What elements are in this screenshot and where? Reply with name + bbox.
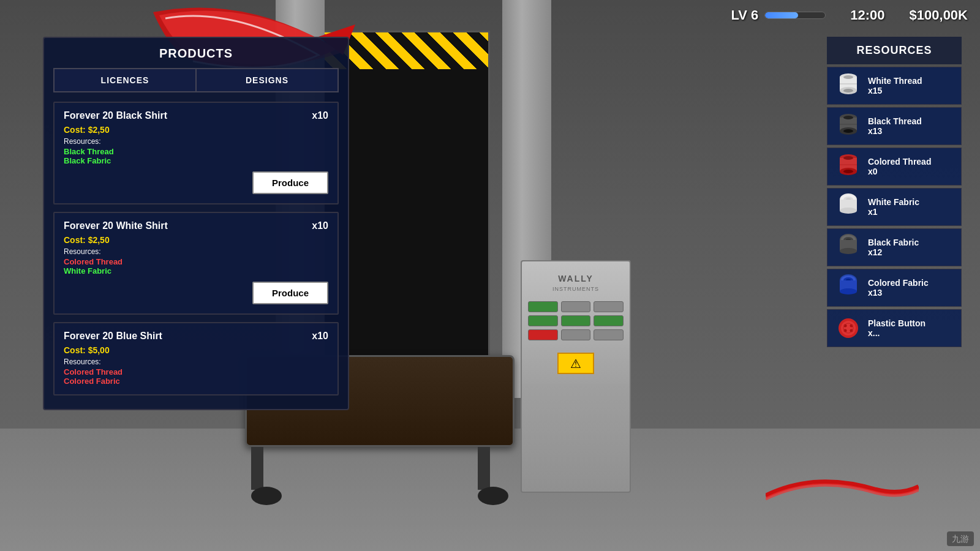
tab-designs[interactable]: DESIGNS (195, 68, 339, 92)
colored-fabric-name: Colored Fabric (868, 278, 929, 288)
conveyor-legs (233, 447, 527, 505)
colored-fabric-count: x13 (868, 288, 929, 298)
black-thread-icon (835, 113, 862, 140)
black-thread-info: Black Thread x13 (868, 116, 922, 137)
product-resources-label-1: Resources: (64, 137, 328, 146)
svg-point-23 (840, 208, 857, 214)
black-thread-name: Black Thread (868, 116, 922, 127)
product-resource-2-1: Colored Thread (64, 257, 328, 266)
money-display: $100,00K (910, 7, 968, 23)
product-cost-3: Cost: $5,00 (64, 345, 328, 355)
product-item-blue-shirt: Forever 20 Blue Shirt x10 Cost: $5,00 Re… (53, 322, 339, 395)
plastic-button-name: Plastic Button (868, 318, 925, 329)
produce-button-2[interactable]: Produce (252, 282, 328, 304)
product-resource-1-1: Black Thread (64, 147, 328, 156)
wally-buttons (528, 301, 624, 340)
plastic-button-count: x... (868, 328, 925, 338)
resource-plastic-button: Plastic Button x... (827, 309, 962, 347)
products-panel: PRODUCTS LICENCES DESIGNS Forever 20 Bla… (43, 37, 349, 410)
wally-label: WALLY (558, 274, 594, 283)
wally-sub-label: INSTRUMENTS (552, 286, 599, 292)
colored-fabric-info: Colored Fabric x13 (868, 278, 929, 298)
product-item-white-shirt: Forever 20 White Shirt x10 Cost: $2,50 R… (53, 212, 339, 315)
white-thread-count: x15 (868, 86, 922, 96)
products-tabs[interactable]: LICENCES DESIGNS (53, 68, 339, 92)
product-header-2: Forever 20 White Shirt x10 (64, 220, 328, 231)
resources-panel: RESOURCES White Thread x15 (827, 37, 962, 350)
product-qty-1: x10 (312, 110, 328, 121)
product-name-1: Forever 20 Black Shirt (64, 110, 167, 121)
product-resources-label-2: Resources: (64, 247, 328, 256)
watermark: 九游 (947, 534, 974, 545)
game-background: WALLY INSTRUMENTS ⚠ LV 6 12:00 (0, 0, 980, 551)
svg-point-29 (840, 248, 857, 254)
level-text: LV 6 (731, 7, 758, 23)
plastic-button-icon (835, 315, 862, 342)
wally-machine: WALLY INSTRUMENTS ⚠ (521, 260, 631, 493)
product-resource-1-2: Black Fabric (64, 156, 328, 165)
wally-machine-top: WALLY INSTRUMENTS ⚠ (522, 261, 630, 384)
colored-thread-info: Colored Thread x0 (868, 157, 931, 177)
resource-colored-fabric: Colored Fabric x13 (827, 269, 962, 307)
product-header-1: Forever 20 Black Shirt x10 (64, 110, 328, 121)
svg-point-16 (843, 170, 853, 173)
xp-bar (764, 12, 826, 19)
white-thread-info: White Thread x15 (868, 76, 922, 96)
colored-thread-count: x0 (868, 167, 931, 176)
black-fabric-count: x12 (868, 247, 919, 257)
colored-fabric-icon (835, 274, 862, 301)
svg-point-35 (840, 288, 857, 294)
resource-white-fabric: White Fabric x1 (827, 188, 962, 226)
white-fabric-count: x1 (868, 207, 919, 217)
hud-bar: LV 6 12:00 $100,00K (0, 0, 980, 31)
products-title: PRODUCTS (44, 38, 348, 68)
xp-fill (765, 12, 798, 18)
level-display: LV 6 (731, 7, 826, 23)
product-item-black-shirt: Forever 20 Black Shirt x10 Cost: $2,50 R… (53, 102, 339, 204)
black-fabric-icon (835, 234, 862, 261)
product-name-2: Forever 20 White Shirt (64, 220, 168, 231)
white-fabric-icon (835, 193, 862, 220)
product-qty-2: x10 (312, 220, 328, 231)
product-resource-2-2: White Fabric (64, 266, 328, 276)
colored-thread-icon (835, 153, 862, 180)
product-resources-label-3: Resources: (64, 358, 328, 366)
product-resource-3-1: Colored Thread (64, 367, 328, 377)
resource-black-thread: Black Thread x13 (827, 107, 962, 145)
resource-colored-thread: Colored Thread x0 (827, 148, 962, 186)
product-name-3: Forever 20 Blue Shirt (64, 331, 162, 342)
svg-point-4 (843, 89, 853, 92)
produce-button-1[interactable]: Produce (252, 171, 328, 194)
product-header-3: Forever 20 Blue Shirt x10 (64, 331, 328, 342)
tab-licences[interactable]: LICENCES (53, 68, 195, 92)
colored-thread-name: Colored Thread (868, 157, 931, 167)
white-fabric-name: White Fabric (868, 197, 919, 208)
svg-point-15 (843, 156, 853, 160)
time-display: 12:00 (850, 7, 884, 23)
resource-black-fabric: Black Fabric x12 (827, 228, 962, 266)
resource-white-thread: White Thread x15 (827, 67, 962, 105)
white-fabric-info: White Fabric x1 (868, 197, 919, 217)
white-thread-name: White Thread (868, 76, 922, 86)
product-resource-3-2: Colored Fabric (64, 377, 328, 386)
resources-title: RESOURCES (827, 37, 962, 64)
product-cost-2: Cost: $2,50 (64, 235, 328, 245)
black-thread-count: x13 (868, 126, 922, 136)
svg-point-3 (843, 75, 853, 79)
black-fabric-info: Black Fabric x12 (868, 238, 919, 258)
product-qty-3: x10 (312, 331, 328, 342)
product-cost-1: Cost: $2,50 (64, 125, 328, 135)
svg-point-10 (843, 129, 853, 133)
plastic-button-info: Plastic Button x... (868, 318, 925, 339)
white-thread-icon (835, 72, 862, 99)
svg-point-9 (843, 116, 853, 119)
black-fabric-name: Black Fabric (868, 238, 919, 248)
warning-sticker: ⚠ (557, 353, 594, 374)
